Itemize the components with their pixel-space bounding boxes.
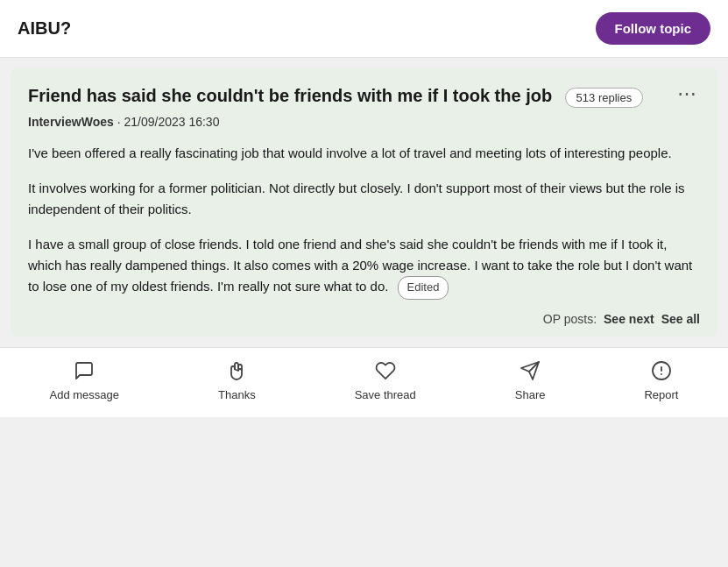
- speech-bubble-icon: [74, 360, 95, 385]
- op-posts-label: OP posts:: [543, 312, 597, 326]
- thread-body: I've been offered a really fascinating j…: [28, 143, 700, 300]
- heart-icon: [375, 360, 396, 385]
- paragraph-2: It involves working for a former politic…: [28, 178, 700, 220]
- thread-title: Friend has said she couldn't be friends …: [28, 86, 552, 105]
- replies-badge: 513 replies: [565, 88, 644, 108]
- save-thread-label: Save thread: [355, 388, 416, 401]
- edited-badge: Edited: [398, 276, 449, 300]
- report-button[interactable]: Report: [635, 357, 687, 405]
- paragraph-3: I have a small group of close friends. I…: [28, 234, 700, 300]
- thread-date: 21/09/2023 16:30: [124, 115, 219, 129]
- thread-header: Friend has said she couldn't be friends …: [28, 84, 700, 108]
- thanks-button[interactable]: Thanks: [209, 357, 265, 405]
- more-options-button[interactable]: ⋯: [674, 84, 700, 103]
- thread-title-area: Friend has said she couldn't be friends …: [28, 84, 665, 108]
- op-posts-bar: OP posts: See next See all: [28, 300, 700, 337]
- save-thread-button[interactable]: Save thread: [346, 357, 425, 405]
- header: AIBU? Follow topic: [0, 0, 728, 58]
- see-all-link[interactable]: See all: [661, 312, 700, 326]
- thanks-icon: [226, 360, 247, 385]
- add-message-label: Add message: [50, 388, 120, 401]
- paragraph-1: I've been offered a really fascinating j…: [28, 143, 700, 164]
- see-next-link[interactable]: See next: [604, 312, 654, 326]
- thanks-label: Thanks: [218, 388, 256, 401]
- thread-author: InterviewWoes: [28, 115, 114, 129]
- page-title: AIBU?: [18, 18, 71, 39]
- page-wrapper: AIBU? Follow topic Friend has said she c…: [0, 0, 728, 417]
- thread-meta: InterviewWoes · 21/09/2023 16:30: [28, 115, 700, 129]
- thread-card: Friend has said she couldn't be friends …: [11, 68, 717, 337]
- share-button[interactable]: Share: [506, 357, 555, 405]
- follow-topic-button[interactable]: Follow topic: [596, 12, 711, 45]
- report-label: Report: [644, 388, 678, 401]
- share-label: Share: [515, 388, 546, 401]
- add-message-button[interactable]: Add message: [41, 357, 129, 405]
- report-icon: [651, 360, 672, 385]
- action-bar: Add message Thanks Save thread: [0, 347, 728, 417]
- share-icon: [519, 360, 541, 385]
